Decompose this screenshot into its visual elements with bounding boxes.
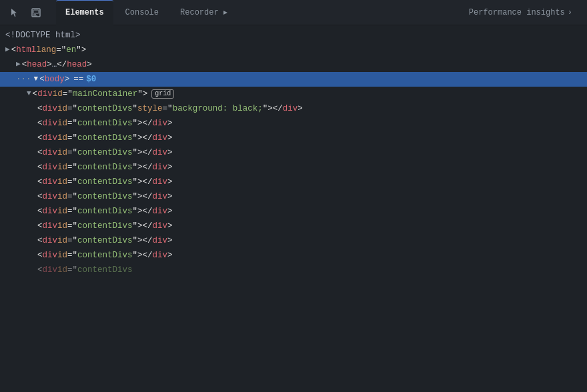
tree-line-content-div-0[interactable]: <div id="contentDivs" style="background:…: [0, 101, 587, 116]
tree-line-body[interactable]: ··· ▼ <body> == $0: [0, 72, 587, 87]
svg-rect-1: [33, 10, 39, 13]
tree-line-content-div-3[interactable]: <div id="contentDivs"></div>: [0, 145, 587, 160]
body-dots: ···: [16, 73, 31, 86]
tree-line-doctype[interactable]: <!DOCTYPE html>: [0, 28, 587, 43]
tree-line-content-div-5[interactable]: <div id="contentDivs"></div>: [0, 175, 587, 189]
dom-tree: <!DOCTYPE html> ▶ <html lang="en"> ▶ <he…: [0, 25, 587, 280]
tab-recorder[interactable]: Recorder: [171, 0, 238, 25]
toolbar-icon-group: [5, 3, 45, 22]
tree-line-main-container[interactable]: ▼ <div id="mainContainer"> grid: [0, 87, 587, 101]
tree-line-content-div-1[interactable]: <div id="contentDivs"></div>: [0, 116, 587, 131]
tree-line-content-div-7[interactable]: <div id="contentDivs"></div>: [0, 204, 587, 219]
expand-head-arrow[interactable]: ▶: [16, 59, 21, 71]
devtools-toolbar: Elements Console Recorder Performance in…: [0, 0, 587, 25]
tree-line-content-div-2[interactable]: <div id="contentDivs"></div>: [0, 131, 587, 145]
expand-html-arrow[interactable]: ▶: [5, 44, 10, 56]
dom-panel: <!DOCTYPE html> ▶ <html lang="en"> ▶ <he…: [0, 25, 587, 392]
grid-badge[interactable]: grid: [151, 89, 174, 99]
tab-performance-insights[interactable]: Performance insights ›: [460, 0, 582, 25]
inspect-icon[interactable]: [27, 3, 45, 22]
tree-line-content-div-6[interactable]: <div id="contentDivs"></div>: [0, 189, 587, 204]
tree-line-content-div-10[interactable]: <div id="contentDivs"></div>: [0, 248, 587, 263]
tree-line-html[interactable]: ▶ <html lang="en">: [0, 43, 587, 57]
expand-body-arrow[interactable]: ▼: [34, 73, 39, 85]
recorder-triangle-icon: [222, 9, 229, 16]
tab-elements[interactable]: Elements: [56, 0, 113, 25]
tree-line-content-div-8[interactable]: <div id="contentDivs"></div>: [0, 219, 587, 233]
svg-marker-4: [223, 11, 227, 15]
more-tabs-icon: ›: [568, 8, 572, 17]
tree-line-head[interactable]: ▶ <head>…</head>: [0, 57, 587, 72]
tab-console[interactable]: Console: [116, 0, 168, 25]
tree-line-content-div-9[interactable]: <div id="contentDivs"></div>: [0, 233, 587, 248]
cursor-icon[interactable]: [5, 3, 24, 22]
tree-line-content-div-partial[interactable]: <div id="contentDivs: [0, 263, 587, 277]
expand-main-container-arrow[interactable]: ▼: [27, 88, 31, 100]
doctype-text: <!DOCTYPE html>: [5, 29, 81, 42]
tree-line-content-div-4[interactable]: <div id="contentDivs"></div>: [0, 160, 587, 175]
